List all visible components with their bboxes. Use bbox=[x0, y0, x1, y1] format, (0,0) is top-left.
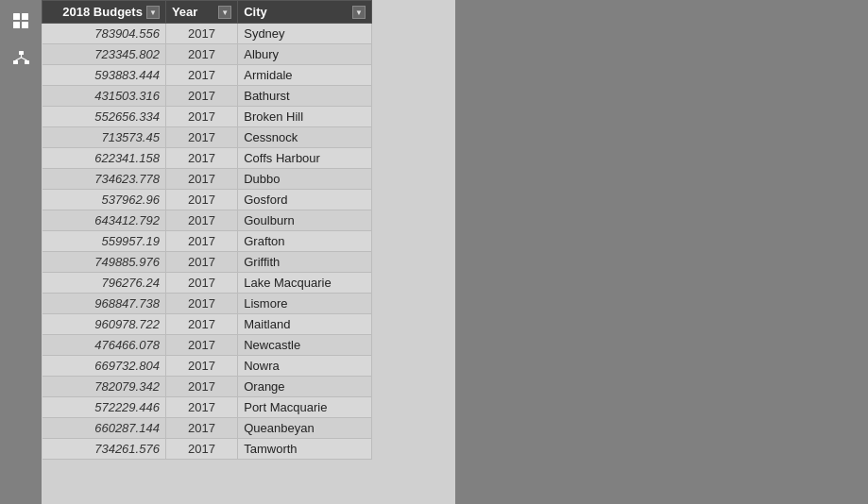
budget-dropdown-icon[interactable]: ▼ bbox=[146, 6, 160, 19]
svg-line-8 bbox=[16, 58, 22, 60]
cell-city: Orange bbox=[238, 377, 372, 397]
svg-rect-6 bbox=[25, 60, 29, 64]
table-row[interactable]: 622341.1582017Coffs Harbour bbox=[43, 148, 372, 169]
cell-city: Bathurst bbox=[238, 86, 372, 107]
cell-city: Albury bbox=[238, 44, 372, 65]
table-row[interactable]: 960978.7222017Maitland bbox=[43, 314, 372, 335]
cell-budget: 723345.802 bbox=[43, 44, 166, 65]
column-header-year[interactable]: Year ▼ bbox=[165, 1, 237, 24]
cell-year: 2017 bbox=[165, 210, 237, 231]
table-row[interactable]: 431503.3162017Bathurst bbox=[43, 86, 372, 107]
cell-year: 2017 bbox=[165, 314, 237, 335]
table-row[interactable]: 734261.5762017Tamworth bbox=[43, 439, 372, 460]
cell-year: 2017 bbox=[165, 418, 237, 439]
cell-budget: 643412.792 bbox=[43, 210, 166, 231]
cell-year: 2017 bbox=[165, 252, 237, 273]
cell-city: Maitland bbox=[238, 314, 372, 335]
cell-city: Cessnock bbox=[238, 127, 372, 148]
cell-year: 2017 bbox=[165, 439, 237, 460]
cell-year: 2017 bbox=[165, 294, 237, 314]
table-row[interactable]: 572229.4462017Port Macquarie bbox=[43, 397, 372, 418]
table-row[interactable]: 660287.1442017Queanbeyan bbox=[43, 418, 372, 439]
cell-city: Port Macquarie bbox=[238, 397, 372, 418]
svg-rect-4 bbox=[19, 51, 24, 55]
svg-rect-0 bbox=[13, 13, 20, 20]
cell-city: Broken Hill bbox=[238, 107, 372, 127]
svg-rect-5 bbox=[13, 60, 18, 64]
cell-city: Gosford bbox=[238, 190, 372, 210]
year-dropdown-icon[interactable]: ▼ bbox=[218, 6, 231, 19]
right-panel bbox=[455, 0, 869, 504]
cell-year: 2017 bbox=[165, 356, 237, 377]
table-row[interactable]: 643412.7922017Goulburn bbox=[43, 210, 372, 231]
column-header-budget[interactable]: 2018 Budgets ▼ bbox=[43, 1, 166, 24]
cell-budget: 968847.738 bbox=[43, 294, 166, 314]
cell-year: 2017 bbox=[165, 127, 237, 148]
cell-year: 2017 bbox=[165, 190, 237, 210]
svg-line-9 bbox=[22, 58, 27, 60]
hierarchy-icon-button[interactable] bbox=[8, 45, 34, 72]
data-table: 2018 Budgets ▼ Year ▼ City ▼ bbox=[42, 0, 372, 460]
table-row[interactable]: 783904.5562017Sydney bbox=[43, 24, 372, 44]
svg-rect-3 bbox=[22, 22, 28, 28]
cell-budget: 960978.722 bbox=[43, 314, 166, 335]
cell-year: 2017 bbox=[165, 231, 237, 252]
table-row[interactable]: 559957.192017Grafton bbox=[43, 231, 372, 252]
cell-city: Sydney bbox=[238, 24, 372, 44]
cell-city: Lake Macquarie bbox=[238, 273, 372, 294]
column-header-city[interactable]: City ▼ bbox=[238, 1, 372, 24]
cell-city: Goulburn bbox=[238, 210, 372, 231]
table-row[interactable]: 476466.0782017Newcastle bbox=[43, 335, 372, 356]
cell-year: 2017 bbox=[165, 377, 237, 397]
cell-year: 2017 bbox=[165, 148, 237, 169]
cell-budget: 783904.556 bbox=[43, 24, 166, 44]
cell-budget: 669732.804 bbox=[43, 356, 166, 377]
cell-year: 2017 bbox=[165, 65, 237, 86]
cell-city: Grafton bbox=[238, 231, 372, 252]
city-column-label: City bbox=[244, 5, 267, 19]
cell-budget: 552656.334 bbox=[43, 107, 166, 127]
cell-budget: 537962.96 bbox=[43, 190, 166, 210]
cell-budget: 782079.342 bbox=[43, 377, 166, 397]
cell-budget: 476466.078 bbox=[43, 335, 166, 356]
table-row[interactable]: 713573.452017Cessnock bbox=[43, 127, 372, 148]
cell-year: 2017 bbox=[165, 397, 237, 418]
table-row[interactable]: 552656.3342017Broken Hill bbox=[43, 107, 372, 127]
cell-year: 2017 bbox=[165, 86, 237, 107]
table-row[interactable]: 669732.8042017Nowra bbox=[43, 356, 372, 377]
table-row[interactable]: 968847.7382017Lismore bbox=[43, 294, 372, 314]
cell-budget: 734623.778 bbox=[43, 169, 166, 190]
cell-year: 2017 bbox=[165, 273, 237, 294]
grid-icon-button[interactable] bbox=[8, 8, 34, 34]
table-row[interactable]: 782079.3422017Orange bbox=[43, 377, 372, 397]
cell-budget: 431503.316 bbox=[43, 86, 166, 107]
cell-city: Griffith bbox=[238, 252, 372, 273]
cell-budget: 593883.444 bbox=[43, 65, 166, 86]
data-table-wrapper: 2018 Budgets ▼ Year ▼ City ▼ bbox=[42, 0, 455, 504]
cell-budget: 572229.446 bbox=[43, 397, 166, 418]
cell-city: Newcastle bbox=[238, 335, 372, 356]
cell-city: Nowra bbox=[238, 356, 372, 377]
table-row[interactable]: 749885.9762017Griffith bbox=[43, 252, 372, 273]
cell-year: 2017 bbox=[165, 44, 237, 65]
cell-city: Coffs Harbour bbox=[238, 148, 372, 169]
cell-year: 2017 bbox=[165, 107, 237, 127]
cell-budget: 734261.576 bbox=[43, 439, 166, 460]
table-row[interactable]: 593883.4442017Armidale bbox=[43, 65, 372, 86]
cell-budget: 796276.24 bbox=[43, 273, 166, 294]
cell-budget: 622341.158 bbox=[43, 148, 166, 169]
cell-city: Dubbo bbox=[238, 169, 372, 190]
svg-rect-2 bbox=[13, 22, 20, 28]
table-row[interactable]: 734623.7782017Dubbo bbox=[43, 169, 372, 190]
cell-year: 2017 bbox=[165, 24, 237, 44]
svg-rect-1 bbox=[22, 13, 28, 20]
sidebar-icons bbox=[0, 0, 42, 504]
cell-budget: 749885.976 bbox=[43, 252, 166, 273]
city-dropdown-icon[interactable]: ▼ bbox=[352, 6, 366, 19]
table-row[interactable]: 723345.8022017Albury bbox=[43, 44, 372, 65]
year-column-label: Year bbox=[172, 5, 197, 19]
cell-city: Lismore bbox=[238, 294, 372, 314]
cell-year: 2017 bbox=[165, 335, 237, 356]
table-row[interactable]: 796276.242017Lake Macquarie bbox=[43, 273, 372, 294]
table-row[interactable]: 537962.962017Gosford bbox=[43, 190, 372, 210]
